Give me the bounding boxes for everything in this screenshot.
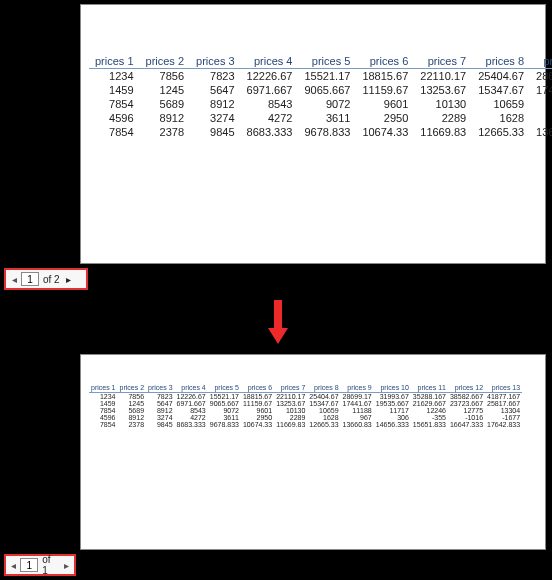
table-cell: 15521.17 xyxy=(298,69,356,84)
table-cell: 4596 xyxy=(89,111,140,125)
table-cell: 9072 xyxy=(298,97,356,111)
table-cell: 9065.667 xyxy=(208,400,241,407)
table-cell: 10130 xyxy=(274,407,307,414)
first-page-icon[interactable]: ◂ xyxy=(9,558,18,572)
page-number-input[interactable] xyxy=(20,558,38,572)
table-cell: 22110.17 xyxy=(414,69,472,84)
column-header: prices 10 xyxy=(374,383,411,393)
table-row: 1459124556476971.6679065.66711159.671325… xyxy=(89,83,552,97)
table-row: 785456898912854390729601101301065911188 xyxy=(89,97,552,111)
page-count-label: of 2 xyxy=(41,274,62,285)
column-header: prices 6 xyxy=(241,383,274,393)
column-header: prices 12 xyxy=(448,383,485,393)
table-cell: 31993.67 xyxy=(374,393,411,401)
table-cell: 1628 xyxy=(307,414,340,421)
table-row: 1459124556476971.6679065.66711159.671325… xyxy=(89,400,522,407)
table-cell: 11669.83 xyxy=(414,125,472,139)
table-cell: 1459 xyxy=(89,400,118,407)
column-header: prices 5 xyxy=(208,383,241,393)
table-cell: 10674.33 xyxy=(241,421,274,428)
table-cell: 7856 xyxy=(118,393,147,401)
table-cell: 8912 xyxy=(140,111,191,125)
table-cell: 25404.67 xyxy=(472,69,530,84)
table-cell: 6971.667 xyxy=(241,83,299,97)
table-cell: 21629.667 xyxy=(411,400,448,407)
table-cell: 7854 xyxy=(89,407,118,414)
table-cell: 35288.167 xyxy=(411,393,448,401)
table-cell: 967 xyxy=(530,111,552,125)
table-cell: 9678.833 xyxy=(208,421,241,428)
table-cell: 15347.67 xyxy=(307,400,340,407)
table-cell: 19535.667 xyxy=(374,400,411,407)
column-header: prices 8 xyxy=(307,383,340,393)
table-cell: 11717 xyxy=(374,407,411,414)
table-cell: 4272 xyxy=(241,111,299,125)
table-cell: 5647 xyxy=(190,83,241,97)
table-cell: 8543 xyxy=(241,97,299,111)
column-header: prices 3 xyxy=(190,53,241,69)
table-cell: 17441.67 xyxy=(530,83,552,97)
table-cell: 306 xyxy=(374,414,411,421)
next-page-icon[interactable]: ▸ xyxy=(64,272,74,286)
table-cell: 1234 xyxy=(89,69,140,84)
table-cell: 18815.67 xyxy=(241,393,274,401)
table-cell: -1016 xyxy=(448,414,485,421)
table-cell: 1459 xyxy=(89,83,140,97)
table-cell: 4596 xyxy=(89,414,118,421)
table-cell: 3611 xyxy=(208,414,241,421)
table-cell: 11159.67 xyxy=(356,83,414,97)
table-cell: 7823 xyxy=(190,69,241,84)
table-cell: 13304 xyxy=(485,407,522,414)
table-cell: 25404.67 xyxy=(307,393,340,401)
table-cell: 2289 xyxy=(414,111,472,125)
table-cell: 7854 xyxy=(89,97,140,111)
column-header: prices 6 xyxy=(356,53,414,69)
pager-before: ◂ of 2 ▸ xyxy=(4,268,88,290)
table-cell: 967 xyxy=(341,414,374,421)
table-cell: 7823 xyxy=(146,393,175,401)
table-cell: 1628 xyxy=(472,111,530,125)
table-cell: 11159.67 xyxy=(241,400,274,407)
table-cell: 15651.833 xyxy=(411,421,448,428)
table-cell: 8683.333 xyxy=(175,421,208,428)
table-cell: 10659 xyxy=(472,97,530,111)
table-cell: 13253.67 xyxy=(414,83,472,97)
table-cell: 2950 xyxy=(241,414,274,421)
table-cell: 7854 xyxy=(89,125,140,139)
table-cell: 13660.83 xyxy=(341,421,374,428)
column-header: prices 7 xyxy=(274,383,307,393)
table-cell: 14656.333 xyxy=(374,421,411,428)
table-cell: 2378 xyxy=(140,125,191,139)
first-page-icon[interactable]: ◂ xyxy=(9,272,19,286)
table-cell: 10674.33 xyxy=(356,125,414,139)
table-cell: 10659 xyxy=(307,407,340,414)
pager-after: ◂ of 1 ▸ xyxy=(4,554,76,576)
table-cell: 4272 xyxy=(175,414,208,421)
prices-table-before: prices 1prices 2prices 3prices 4prices 5… xyxy=(89,53,552,139)
table-cell: -1677 xyxy=(485,414,522,421)
column-header: prices 9 xyxy=(530,53,552,69)
table-row: 12347856782312226.6715521.1718815.672211… xyxy=(89,69,552,84)
column-header: prices 13 xyxy=(485,383,522,393)
prices-table-after: prices 1prices 2prices 3prices 4prices 5… xyxy=(89,383,522,428)
table-cell: 9601 xyxy=(356,97,414,111)
table-cell: 6971.667 xyxy=(175,400,208,407)
page-number-input[interactable] xyxy=(21,272,39,286)
column-header: prices 8 xyxy=(472,53,530,69)
column-header: prices 9 xyxy=(341,383,374,393)
next-page-icon[interactable]: ▸ xyxy=(62,558,71,572)
table-cell: 12775 xyxy=(448,407,485,414)
table-cell: 9065.667 xyxy=(298,83,356,97)
table-cell: 28699.17 xyxy=(530,69,552,84)
table-cell: 9845 xyxy=(146,421,175,428)
table-row: 45968912327442723611295022891628967306-3… xyxy=(89,414,522,421)
column-header: prices 7 xyxy=(414,53,472,69)
table-cell: 12226.67 xyxy=(175,393,208,401)
table-cell: 7856 xyxy=(140,69,191,84)
column-header: prices 4 xyxy=(175,383,208,393)
table-cell: 2950 xyxy=(356,111,414,125)
table-header-row: prices 1prices 2prices 3prices 4prices 5… xyxy=(89,383,522,393)
table-cell: 28699.17 xyxy=(341,393,374,401)
table-row: 45968912327442723611295022891628967 xyxy=(89,111,552,125)
table-cell: 5689 xyxy=(140,97,191,111)
